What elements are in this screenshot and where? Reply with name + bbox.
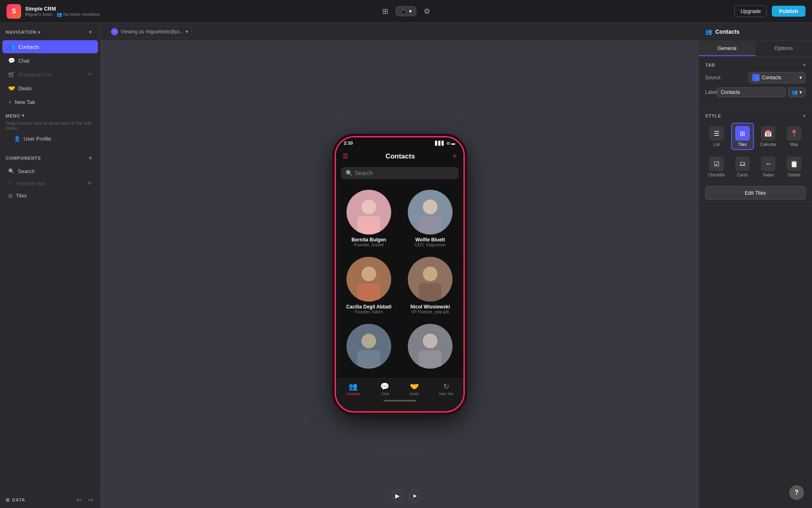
tiles-comp-icon: ⊞ [8, 193, 13, 199]
style-option-map[interactable]: 📍 Map [783, 123, 806, 150]
phone-container: 2:30 ▋▋▋ ⊙ ▬ ☰ Contacts + 🔍 [327, 41, 473, 508]
signal-icon: ▋▋▋ [435, 141, 445, 145]
viewing-arrow-icon: ▾ [186, 29, 188, 35]
publish-button[interactable]: Publish [772, 6, 806, 17]
topbar-left: S Simple CRM Miguel's team · 👥 No team m… [6, 4, 373, 19]
sidebar-item-cart-label: Shopping Cart [18, 72, 52, 78]
contact-avatar-bernita [346, 190, 391, 234]
contact-tile-wolfie[interactable]: Wolfie Bluett CEO, Gogozoom [401, 187, 459, 250]
components-title: COMPONENTS [6, 156, 41, 161]
tab-general[interactable]: General [699, 41, 756, 56]
component-search[interactable]: 🔍 Search [2, 165, 98, 177]
wifi-icon: ⊙ [446, 141, 450, 145]
sidebar-item-new-tab[interactable]: + New Tab [2, 96, 98, 109]
cart-hidden-icon: 👁 [87, 72, 92, 77]
phone-search-container: 🔍 Search [336, 164, 463, 182]
canvas-toolbar: M Viewing as migueltests@pr... ▾ [101, 23, 698, 41]
list-icon: ☰ [709, 126, 724, 141]
contact-name-nicol: Nicol Wisniewski [410, 304, 450, 310]
contact-tile-bernita[interactable]: Bernita Bulgen Founder, Zoomit [340, 187, 398, 250]
style-option-tiles[interactable]: ⊞ Tiles [731, 123, 754, 150]
send-button[interactable]: ➤ [408, 489, 421, 502]
topbar-center: ⊞ 📱 ▾ ⚙ [378, 4, 434, 18]
sidebar-bottom: ⊞ DATA ↩ ↪ [0, 491, 100, 508]
source-select[interactable]: 👥 Contacts ▾ [749, 72, 806, 83]
component-favorite-bar[interactable]: ♡ Favorite Bar 👁 [2, 178, 98, 189]
contact-avatar-5 [346, 324, 391, 369]
phone-nav-deals-icon: 🤝 [410, 382, 419, 391]
app-name: Simple CRM [25, 6, 100, 12]
component-favorite-label: Favorite Bar [16, 180, 45, 187]
menu-title: MENU ▾ [6, 113, 95, 118]
grid-view-button[interactable]: ⊞ [378, 4, 392, 18]
phone-add-icon[interactable]: + [453, 152, 457, 161]
phone-nav-new-tab[interactable]: ↻ New Tab [439, 382, 453, 396]
style-options-grid: ☰ List ⊞ Tiles 📅 Calendar 📍 Map [705, 123, 806, 180]
device-selector[interactable]: 📱 ▾ [396, 6, 416, 16]
contact-tile-5[interactable] [340, 321, 398, 374]
favorite-icon: ♡ [8, 180, 13, 187]
phone-content: Bernita Bulgen Founder, Zoomit [336, 182, 463, 378]
add-nav-button[interactable]: + [86, 28, 95, 37]
svg-point-10 [362, 267, 376, 281]
sidebar-item-deals[interactable]: 🤝 Deals [2, 82, 98, 95]
chat-icon: 💬 [8, 57, 15, 64]
style-option-swipe[interactable]: ↔ Swipe [757, 153, 780, 180]
redo-button[interactable]: ↪ [87, 496, 95, 504]
user-profile-label: User Profile [24, 136, 51, 142]
source-value: Contacts [762, 75, 781, 80]
svg-rect-8 [419, 216, 442, 234]
phone-nav-new-tab-label: New Tab [439, 392, 453, 396]
contact-tile-nicol[interactable]: Nicol Wisniewski VP Finance, year-job [401, 254, 459, 317]
phone-nav-chat[interactable]: 💬 Chat [380, 382, 389, 396]
contact-tile-cacilia[interactable]: Cacilia Degli Abbati Founder, Isdom [340, 254, 398, 317]
phone-search-bar[interactable]: 🔍 Search [341, 167, 459, 179]
sidebar-item-chat-label: Chat [18, 58, 29, 64]
sidebar-item-shopping-cart[interactable]: 🛒 Shopping Cart 👁 [2, 68, 98, 81]
undo-button[interactable]: ↩ [75, 496, 83, 504]
contact-tile-6[interactable] [401, 321, 459, 374]
settings-button[interactable]: ⚙ [420, 4, 434, 18]
tab-general-label: General [718, 45, 736, 51]
user-profile-item[interactable]: 👤 User Profile [8, 133, 92, 144]
viewing-as-selector[interactable]: M Viewing as migueltests@pr... ▾ [107, 26, 192, 37]
style-option-cards[interactable]: 🗂 Cards [731, 153, 754, 180]
style-list-label: List [713, 142, 720, 147]
tab-options[interactable]: Options [756, 41, 812, 56]
style-map-label: Map [790, 142, 798, 147]
component-tiles[interactable]: ⊞ Tiles [2, 190, 98, 202]
style-option-details[interactable]: 📋 Details [783, 153, 806, 180]
style-section: STYLE ▾ ☰ List ⊞ Tiles 📅 Calendar [699, 107, 812, 206]
style-option-list[interactable]: ☰ List [705, 123, 728, 150]
sidebar-item-chat[interactable]: 💬 Chat [2, 54, 98, 67]
style-option-checklist[interactable]: ☑ Checklist [705, 153, 728, 180]
sidebar-item-contacts-label: Contacts [18, 44, 39, 50]
hamburger-icon[interactable]: ☰ [342, 152, 348, 160]
search-comp-icon: 🔍 [8, 168, 15, 174]
undo-redo-controls: ↩ ↪ [75, 496, 95, 504]
phone-time: 2:30 [344, 141, 353, 145]
user-icon: 👤 [14, 136, 20, 142]
phone-nav-deals[interactable]: 🤝 Deals [409, 382, 419, 396]
phone-nav-contacts[interactable]: 👥 Contacts [346, 382, 360, 396]
style-option-calendar[interactable]: 📅 Calendar [757, 123, 780, 150]
style-swipe-label: Swipe [763, 173, 774, 177]
help-button[interactable]: ? [789, 485, 804, 500]
label-field[interactable] [717, 87, 786, 97]
sidebar-item-contacts[interactable]: 👥 Contacts [2, 40, 98, 53]
contacts-grid: Bernita Bulgen Founder, Zoomit [340, 187, 459, 374]
main-layout: NAVIGATION ▾ + 👥 Contacts 💬 Chat 🛒 Shopp… [0, 23, 812, 508]
team-icon: 👥 [56, 12, 62, 17]
upgrade-button[interactable]: Upgrade [734, 5, 767, 17]
contact-name-cacilia: Cacilia Degli Abbati [346, 304, 392, 310]
label-input-group: 👥 ▾ [717, 87, 806, 97]
edit-tiles-button[interactable]: Edit Tiles [705, 186, 806, 200]
calendar-icon: 📅 [761, 126, 775, 141]
checklist-icon: ☑ [709, 156, 724, 171]
label-icon-button[interactable]: 👥 ▾ [788, 87, 806, 97]
favorite-hidden-icon: 👁 [87, 180, 92, 187]
style-tiles-label: Tiles [738, 142, 747, 147]
add-component-button[interactable]: + [86, 154, 95, 163]
play-button[interactable]: ▶ [391, 489, 404, 502]
menu-hint: Drag screens here to show them in the si… [6, 120, 95, 133]
